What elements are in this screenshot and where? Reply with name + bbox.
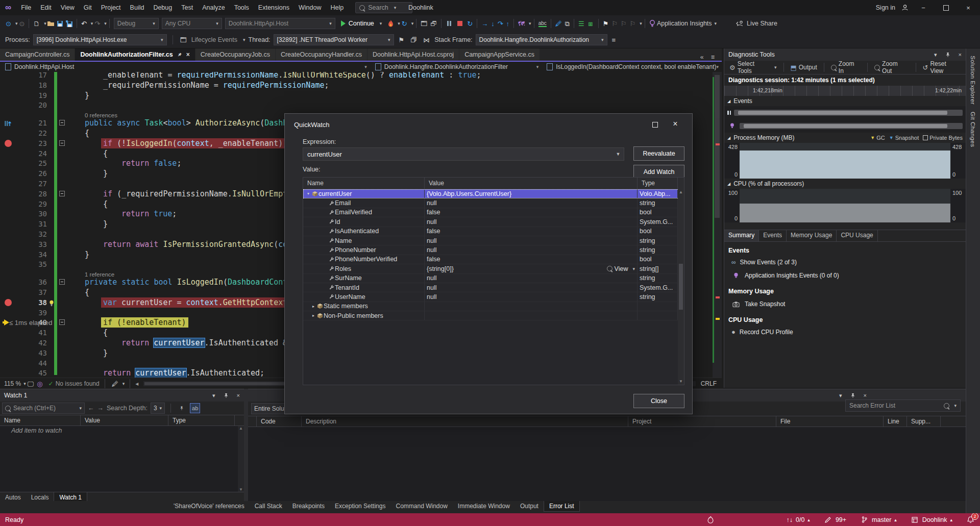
watch-value-row[interactable]: ▾ currentUser{Volo.Abp.Users.CurrentUser… [303, 189, 684, 198]
close-tab-icon[interactable]: × [186, 51, 190, 58]
close-button[interactable]: × [960, 0, 977, 15]
pending-edits-indicator[interactable]: 99+ [823, 515, 846, 524]
thread-dropdown[interactable]: [32892] .NET ThreadPool Worker▾ [274, 34, 394, 45]
legend-snapshot[interactable]: ▼Snapshot [889, 135, 919, 141]
grid-scrollbar[interactable]: ▲▼ [678, 189, 684, 385]
link-application-insights-events-0-of-0-[interactable]: Application Insights Events (0 of 0) [724, 268, 966, 283]
tab-exception-settings[interactable]: Exception Settings [330, 501, 390, 512]
menu-tools[interactable]: Tools [230, 0, 254, 15]
git-branch-indicator[interactable]: master▴ [860, 515, 897, 524]
menu-debug[interactable]: Debug [149, 0, 177, 15]
menu-project[interactable]: Project [96, 0, 126, 15]
code-line[interactable]: 17_enableTenant = requiredPermissionName… [0, 72, 722, 80]
cpu-chart[interactable]: 1000 1000 [724, 189, 966, 222]
redo-icon[interactable]: ↷ [94, 20, 100, 27]
fold-collapse-icon[interactable] [59, 120, 65, 126]
window-position-icon[interactable]: ▾ [839, 392, 842, 399]
menu-git[interactable]: Git [79, 0, 96, 15]
column-header-description[interactable]: Description [302, 416, 628, 427]
undo-icon[interactable]: ↶ [81, 20, 87, 27]
memory-chart[interactable]: 4280 4280 [724, 143, 966, 179]
column-header-value[interactable]: Value [81, 415, 168, 425]
break-all-icon[interactable] [447, 21, 451, 26]
search-box[interactable]: Search ▾ [355, 2, 412, 13]
step-out-icon[interactable]: ↑ [506, 20, 510, 27]
fold-collapse-icon[interactable] [59, 319, 65, 325]
scrollbar-thumb[interactable] [679, 264, 683, 310]
spell-check-icon[interactable]: abc [538, 20, 547, 27]
clear-bookmarks-icon[interactable]: ⚐ [630, 20, 636, 27]
tab-CampaignController.cs[interactable]: CampaignController.cs [0, 48, 75, 61]
fold-collapse-icon[interactable] [59, 279, 65, 285]
window-position-icon[interactable]: ▾ [212, 392, 215, 399]
show-threads-icon[interactable]: 🗇 [410, 37, 417, 43]
diag-tab-cpu-usage[interactable]: CPU Usage [837, 230, 877, 241]
git-repo-indicator[interactable]: Doohlink▴ [910, 515, 952, 524]
watch-value-row[interactable]: ▸ Non-Public members [303, 311, 684, 320]
watch-value-row[interactable]: SurNamenullstring [303, 274, 684, 283]
pin-icon[interactable] [848, 391, 857, 400]
breadcrumb-segment[interactable]: Doohlink.HttpApi.Host▾ [0, 62, 370, 72]
error-list-body[interactable] [248, 427, 966, 502]
tab-immediate-window[interactable]: Immediate Window [453, 501, 515, 512]
tab-DoohlinkAuthorizationFilter.cs[interactable]: DoohlinkAuthorizationFilter.cs🖈× [75, 48, 194, 61]
scroll-left-icon[interactable]: ◂ [135, 380, 138, 387]
close-icon[interactable]: × [959, 52, 962, 58]
link-show-events-2-of-3-[interactable]: ∞Show Events (2 of 3) [724, 256, 966, 268]
tab-git-changes[interactable]: Git Changes [970, 112, 976, 147]
stack-list-icon[interactable]: ≡ [612, 37, 616, 43]
next-bookmark-icon[interactable]: ⚐ [621, 20, 627, 27]
column-header-name[interactable]: Name [303, 178, 425, 189]
tab-list-icon[interactable]: ≡ [711, 54, 715, 61]
diag-output-button[interactable]: ⬒Output [788, 64, 819, 71]
tab-Doohlink.HttpApi.Host.csproj[interactable]: Doohlink.HttpApi.Host.csproj [368, 48, 459, 61]
previous-bookmark-icon[interactable]: ⚐ [611, 20, 618, 27]
window-position-icon[interactable]: ▾ [934, 52, 937, 58]
diag-reset-view-button[interactable]: ↺Reset View [921, 60, 963, 74]
column-header-line[interactable]: Line [884, 416, 907, 427]
close-dialog-button[interactable]: Close [633, 394, 684, 408]
error-list-search-input[interactable]: Search Error List ▾ [845, 399, 961, 412]
lifecycle-events-label[interactable]: Lifecycle Events [191, 36, 237, 43]
watch-scrollbar[interactable]: ▲▼ [238, 426, 244, 492]
menu-build[interactable]: Build [126, 0, 149, 15]
column-header-name[interactable]: Name [0, 415, 81, 425]
column-header-severity[interactable] [248, 416, 257, 427]
watch-value-row[interactable]: EmailVerifiedfalsebool [303, 208, 684, 217]
process-dropdown[interactable]: [3996] Doohlink.HttpApi.Host.exe▾ [33, 34, 167, 45]
copy-lines-icon[interactable]: ⧉ [565, 20, 570, 27]
watch-value-row[interactable]: Emailnullstring [303, 198, 684, 208]
tab-output[interactable]: Output [515, 501, 544, 512]
window-layout-icon[interactable]: 🗗 [430, 20, 437, 27]
scrollbar-thumb[interactable] [715, 75, 720, 218]
column-header-file[interactable]: File [776, 416, 884, 427]
fold-collapse-icon[interactable] [59, 140, 65, 146]
events-swimlane-insights[interactable] [724, 119, 966, 133]
chevron-down-icon[interactable]: ▼ [612, 148, 624, 160]
text-view-toggle[interactable]: ab [190, 403, 200, 413]
chevron-down-icon[interactable]: ▾ [716, 64, 719, 69]
navigate-back-icon[interactable]: ⊙ [6, 20, 11, 27]
diag-tab-events[interactable]: Events [759, 230, 787, 241]
eol-indicator[interactable]: CRLF [701, 380, 717, 387]
column-header-type[interactable]: Type [638, 178, 678, 189]
chevron-down-icon[interactable]: ▾ [536, 64, 539, 69]
column-header-code[interactable]: Code [257, 416, 302, 427]
timeline-ruler[interactable]: 1:42,218min 1:42,22min [724, 86, 966, 96]
reevaluate-button[interactable]: Reevaluate [633, 146, 684, 161]
save-all-icon[interactable] [65, 19, 74, 28]
watch-value-row[interactable]: UserNamenullstring [303, 292, 684, 302]
watch-body[interactable]: Add item to watch ▲▼ [0, 426, 244, 492]
tab--shareofvoice-references[interactable]: 'ShareOfVoice' references [168, 501, 250, 512]
search-depth-dropdown[interactable]: 3▾ [151, 403, 165, 414]
navigate-forward-icon[interactable]: ⊙ [19, 20, 24, 27]
tab-CreateOccupancyHandler.cs[interactable]: CreateOccupancyHandler.cs [276, 48, 367, 61]
memory-section-header[interactable]: ◢ Process Memory (MB) ▼GC▼SnapshotPrivat… [724, 133, 966, 143]
feedback-icon[interactable]: ◎ [37, 381, 42, 387]
issues-status[interactable]: No issues found [56, 380, 100, 387]
comment-lines-icon[interactable]: 🗉 [587, 20, 594, 27]
hot-reload-icon[interactable] [386, 19, 395, 28]
watch-panel-title-bar[interactable]: Watch 1 ▾ × [0, 389, 244, 402]
tab-CreateOccupancyJob.cs[interactable]: CreateOccupancyJob.cs [195, 48, 275, 61]
menu-test[interactable]: Test [177, 0, 198, 15]
